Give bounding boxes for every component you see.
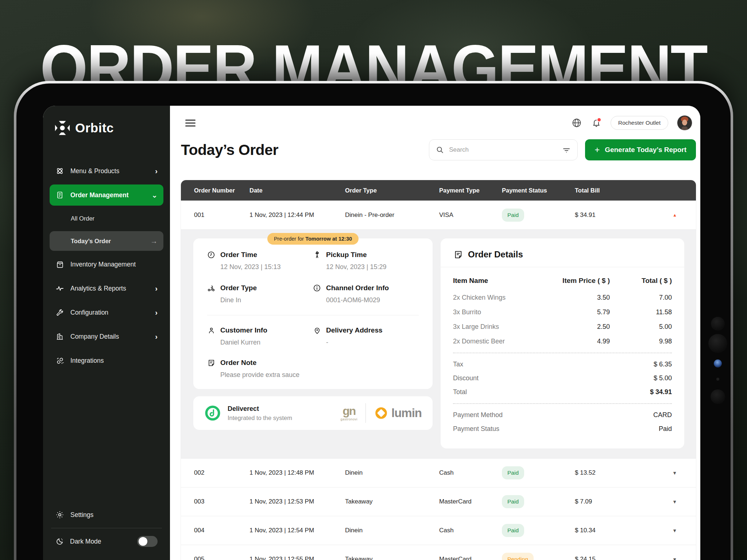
integration-name: Deliverect <box>228 405 292 413</box>
expand-row-icon[interactable]: ▼ <box>662 470 696 476</box>
order-items-table: Item Name Item Price ( $ ) Total ( $ ) 2… <box>453 277 672 345</box>
info-icon <box>313 284 321 292</box>
dark-mode-toggle[interactable] <box>137 536 158 547</box>
summary-row-total: Total$ 34.91 <box>453 388 672 396</box>
table-row[interactable]: 001 1 Nov, 2023 | 12:44 PM Dinein - Pre-… <box>181 201 696 229</box>
globe-icon[interactable] <box>571 117 582 128</box>
generate-report-button[interactable]: + Generate Today’s Report <box>585 139 696 160</box>
title-row: Today’s Order + Generate Today’ <box>181 139 696 160</box>
notification-dot <box>597 117 601 122</box>
field-order-type: Order Type Dine In <box>207 284 313 304</box>
sidebar-item-label: Integrations <box>70 357 104 365</box>
document-icon <box>55 191 64 199</box>
orbitc-logo-icon <box>54 120 71 136</box>
expanded-order-detail: Pre-order for Tomorrow at 12:30 Order Ti… <box>181 229 696 458</box>
chevron-down-icon: ⌄ <box>151 191 158 199</box>
col-payment-status: Payment Status <box>502 187 575 194</box>
chevron-right-icon: › <box>155 167 158 175</box>
filter-icon[interactable] <box>562 145 571 154</box>
field-channel-order-info: Channel Order Info 0001-AOM6-M029 <box>313 284 419 304</box>
sidebar-item-order-management[interactable]: Order Management ⌄ <box>50 184 163 206</box>
search-icon <box>436 146 444 154</box>
summary-row: Tax$ 6.35 <box>453 361 672 368</box>
expand-row-icon[interactable]: ▼ <box>662 528 696 533</box>
collapse-row-icon[interactable]: ▲ <box>662 213 696 218</box>
sidebar-item-label: All Order <box>71 215 94 222</box>
tablet-camera-lens <box>711 317 725 331</box>
sidebar-item-menu-products[interactable]: Menu & Products › <box>50 160 163 182</box>
app-screen: Orbitc Menu & Products › Order Managemen… <box>43 106 700 560</box>
tablet-camera-lens <box>711 389 725 404</box>
sidebar-item-configuration[interactable]: Configuration › <box>50 302 163 323</box>
sidebar-item-label: Today’s Order <box>71 238 111 245</box>
sidebar-item-all-order[interactable]: All Order <box>50 209 163 228</box>
sidebar-footer: Settings Dark Mode <box>50 505 163 551</box>
lumin-flower-icon <box>374 406 388 420</box>
moon-icon <box>55 537 64 546</box>
settings-label: Settings <box>70 511 93 519</box>
divider <box>51 528 162 528</box>
orders-table: Order Number Date Order Type Payment Typ… <box>181 180 696 560</box>
table-header: Order Number Date Order Type Payment Typ… <box>181 180 696 201</box>
sidebar-item-settings[interactable]: Settings <box>50 505 163 524</box>
col-date: Date <box>249 187 345 194</box>
gastronovi-logo: gn gastronovi <box>340 405 357 421</box>
note-icon <box>207 359 215 367</box>
link-icon <box>55 356 64 365</box>
sidebar-item-label: Company Details <box>70 333 119 341</box>
table-row[interactable]: 004 1 Nov, 2023 | 12:54 PM Dinein Cash P… <box>181 516 696 545</box>
sidebar-item-label: Order Management <box>70 191 128 199</box>
sidebar-item-analytics-reports[interactable]: Analytics & Reports › <box>50 278 163 299</box>
payment-method-row: Payment MethodCARD <box>453 411 672 419</box>
user-icon <box>207 326 215 334</box>
integration-card: Deliverect Integrated to the system gn g… <box>193 396 433 430</box>
table-row[interactable]: 002 1 Nov, 2023 | 12:48 PM Dinein Cash P… <box>181 458 696 487</box>
box-icon <box>55 260 64 269</box>
sidebar-item-inventory-management[interactable]: Inventory Management <box>50 254 163 275</box>
sidebar-item-integrations[interactable]: Integrations <box>50 350 163 371</box>
integration-desc: Integrated to the system <box>228 415 292 421</box>
wrench-icon <box>55 308 64 317</box>
sidebar-item-label: Configuration <box>70 309 108 316</box>
tablet-camera-lens <box>708 334 727 353</box>
sidebar-item-todays-order[interactable]: Today’s Order → <box>50 231 163 251</box>
search-box <box>429 139 578 160</box>
status-badge: Pending <box>502 553 534 560</box>
hamburger-menu-icon[interactable] <box>185 118 196 128</box>
field-delivery-address: Delivery Address - <box>313 326 419 346</box>
dotted-divider <box>453 353 672 353</box>
chevron-right-icon: › <box>155 284 158 293</box>
search-input[interactable] <box>448 146 558 154</box>
sidebar-item-label: Analytics & Reports <box>70 285 126 292</box>
main-content: Rochester Outlet Today’s Order <box>170 106 700 560</box>
tablet-camera-lens <box>714 359 722 368</box>
divider <box>365 403 366 423</box>
expand-row-icon[interactable]: ▼ <box>662 557 696 560</box>
pulse-icon <box>55 284 64 293</box>
atom-icon <box>55 167 64 175</box>
col-order-number: Order Number <box>194 187 249 194</box>
divider <box>441 267 684 267</box>
field-customer-info: Customer Info Daniel Kurren <box>207 326 313 346</box>
avatar[interactable] <box>677 115 692 131</box>
note-icon <box>454 250 463 259</box>
chevron-right-icon: › <box>155 332 158 341</box>
table-row[interactable]: 003 1 Nov, 2023 | 12:53 PM Takeaway Mast… <box>181 487 696 516</box>
expand-row-icon[interactable]: ▼ <box>662 499 696 505</box>
sidebar-item-company-details[interactable]: Company Details › <box>50 326 163 347</box>
order-info-card: Pre-order for Tomorrow at 12:30 Order Ti… <box>193 238 433 389</box>
status-badge: Paid <box>502 209 524 222</box>
payment-status-row: Payment StatusPaid <box>453 425 672 433</box>
sidebar-nav: Menu & Products › Order Management ⌄ All… <box>50 160 163 374</box>
dark-mode-label: Dark Mode <box>70 538 101 545</box>
notification-bell-icon[interactable] <box>591 117 602 128</box>
sidebar-item-label: Menu & Products <box>70 167 119 175</box>
map-pin-icon <box>313 326 321 334</box>
summary-row: Discount$ 5.00 <box>453 374 672 382</box>
col-order-type: Order Type <box>345 187 439 194</box>
divider <box>207 315 419 315</box>
table-row[interactable]: 005 1 Nov, 2023 | 12:55 PM Takeaway Mast… <box>181 545 696 560</box>
plus-icon: + <box>595 145 600 155</box>
outlet-selector[interactable]: Rochester Outlet <box>611 116 668 130</box>
col-total-bill: Total Bill <box>575 187 662 194</box>
